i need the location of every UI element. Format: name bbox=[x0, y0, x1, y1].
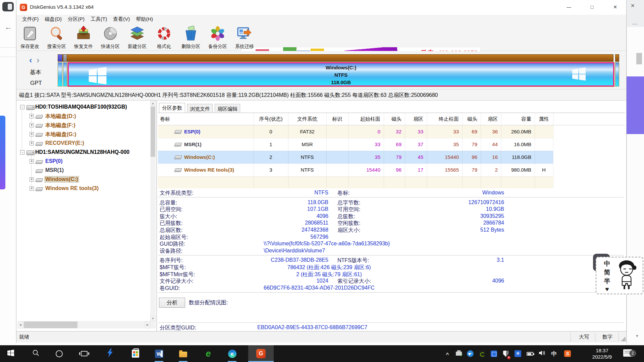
tree-item-5[interactable]: -HD1:SAMSUNGMZNLN128HAHQ-000 bbox=[18, 148, 150, 157]
ime-status-panel[interactable]: 中简半♥ bbox=[596, 257, 643, 294]
tray-defender-icon[interactable]: ✕ bbox=[500, 345, 511, 362]
menu-item-5[interactable]: 帮助(H) bbox=[133, 15, 156, 24]
resize-grip[interactable] bbox=[622, 337, 626, 341]
tray-chevron-up-icon[interactable]: ^ bbox=[442, 345, 453, 362]
taskbar-start-icon[interactable] bbox=[3, 345, 19, 362]
detail-label: 空闲簇数: bbox=[337, 220, 360, 227]
toolbar-migrate-button[interactable]: 系统迁移 bbox=[231, 25, 258, 50]
taskbar-flash-icon[interactable] bbox=[102, 345, 118, 362]
toolbar-recover-button[interactable]: 恢复文件 bbox=[70, 25, 97, 50]
toolbar-backup-button[interactable]: 备份分区 bbox=[204, 25, 231, 50]
tree-item-4[interactable]: +RECOVERY(E:) bbox=[18, 139, 150, 148]
menu-item-2[interactable]: 分区(P) bbox=[65, 15, 88, 24]
column-header-6[interactable]: 扇区 bbox=[405, 113, 427, 125]
background-close-icon[interactable]: ✕ bbox=[631, 3, 635, 9]
cell-r2c6: 45 bbox=[405, 151, 427, 164]
menu-item-1[interactable]: 磁盘(D) bbox=[42, 15, 65, 24]
minimize-button[interactable]: — bbox=[561, 0, 577, 14]
scroll-down-icon[interactable]: ▼ bbox=[635, 334, 639, 338]
maximize-button[interactable]: □ bbox=[584, 0, 600, 14]
taskbar-ie-icon[interactable]: e bbox=[200, 345, 216, 362]
cell-r2c3 bbox=[326, 151, 348, 164]
taskbar-word-icon[interactable]: W bbox=[151, 345, 167, 362]
toolbar-search-button[interactable]: 搜索分区 bbox=[43, 25, 70, 50]
tree-item-2[interactable]: +本地磁盘(F:) bbox=[18, 121, 150, 130]
tab-0[interactable]: 分区参数 bbox=[159, 103, 185, 113]
tree-item-7[interactable]: MSR(1) bbox=[18, 166, 150, 175]
esp-partition-bar[interactable] bbox=[58, 62, 62, 86]
column-header-1[interactable]: 序号(状态) bbox=[254, 113, 288, 125]
tray-sogou-icon[interactable]: S bbox=[562, 345, 573, 362]
msr-partition-bar[interactable] bbox=[63, 62, 67, 86]
tray-snowflake-icon[interactable]: ❄ bbox=[513, 345, 523, 362]
column-header-3[interactable]: 标识 bbox=[326, 113, 348, 125]
scroll-down-icon[interactable]: ▼ bbox=[150, 316, 156, 321]
toolbar-newpart-button[interactable]: 新建分区 bbox=[124, 25, 151, 50]
tray-battery-icon[interactable] bbox=[525, 345, 535, 362]
expand-toggle-icon[interactable]: + bbox=[30, 159, 34, 164]
tab-1[interactable]: 浏览文件 bbox=[187, 104, 213, 113]
expand-toggle-icon[interactable]: + bbox=[30, 132, 34, 136]
cell-r0c9: 36 bbox=[481, 125, 501, 138]
expand-toggle-icon[interactable]: - bbox=[20, 105, 24, 109]
taskbar-edge-icon[interactable]: e bbox=[224, 345, 240, 362]
taskbar-search-icon[interactable] bbox=[28, 345, 44, 362]
close-button[interactable]: ✕ bbox=[607, 0, 623, 14]
windows-c-partition-bar[interactable]: Windows(C:) NTFS 118.0GB bbox=[68, 62, 614, 86]
background-more-icon[interactable]: … bbox=[632, 19, 638, 26]
expand-toggle-icon[interactable]: + bbox=[30, 123, 34, 127]
background-purple-block bbox=[627, 76, 644, 134]
tree-item-6[interactable]: +ESP(0) bbox=[18, 157, 150, 166]
tray-messenger-icon[interactable] bbox=[465, 345, 476, 362]
expand-toggle-icon[interactable]: + bbox=[30, 141, 34, 145]
toolbar-format-button[interactable]: 格式化 bbox=[151, 25, 177, 50]
toolbar-quick-button[interactable]: 快速分区 bbox=[97, 25, 124, 50]
tray-volume-icon[interactable] bbox=[537, 345, 547, 362]
column-header-8[interactable]: 磁头 bbox=[462, 113, 481, 125]
tree-item-1[interactable]: +本地磁盘(D:) bbox=[18, 112, 150, 121]
re-partition-bar[interactable] bbox=[615, 62, 619, 86]
taskbar-clock[interactable]: 18:37 2022/5/9 bbox=[582, 347, 622, 360]
prev-disk-arrow-icon[interactable]: ‹ bbox=[29, 55, 32, 65]
taskbar-taskview-icon[interactable] bbox=[76, 345, 92, 362]
scroll-up-icon[interactable]: ▲ bbox=[150, 101, 156, 106]
tree-item-0[interactable]: -HD0:TOSHIBAMQ04ABF100(932GB) bbox=[18, 103, 150, 112]
tab-2[interactable]: 扇区编辑 bbox=[215, 104, 240, 113]
column-header-0[interactable]: 卷标 bbox=[158, 113, 254, 125]
expand-toggle-icon[interactable]: + bbox=[30, 177, 34, 182]
column-header-4[interactable]: 起始柱面 bbox=[348, 113, 384, 125]
column-header-11[interactable]: 属性 bbox=[535, 113, 553, 125]
taskbar-explorer-icon[interactable] bbox=[175, 345, 191, 362]
tray-intel-icon[interactable] bbox=[488, 345, 499, 362]
divider bbox=[571, 333, 571, 342]
tray-nvidia-icon[interactable] bbox=[477, 345, 487, 362]
column-header-7[interactable]: 终止柱面 bbox=[427, 113, 462, 125]
taskbar-store-icon[interactable] bbox=[127, 345, 144, 362]
menu-item-3[interactable]: 工具(T) bbox=[88, 15, 110, 24]
status-text: 就绪 bbox=[19, 334, 29, 340]
column-header-2[interactable]: 文件系统 bbox=[288, 113, 326, 125]
column-header-5[interactable]: 磁头 bbox=[384, 113, 405, 125]
tree-item-3[interactable]: +本地磁盘(G:) bbox=[18, 130, 150, 139]
menu-item-0[interactable]: 文件(F) bbox=[19, 15, 42, 24]
vscroll-thumb[interactable] bbox=[151, 107, 155, 157]
menu-item-4[interactable]: 查看(V) bbox=[110, 15, 133, 24]
background-tab-icon[interactable] bbox=[2, 2, 14, 11]
tree-item-8[interactable]: +Windows(C:) bbox=[18, 175, 150, 184]
taskbar-diskgenius-icon[interactable]: G bbox=[248, 345, 274, 362]
column-header-9[interactable]: 扇区 bbox=[481, 113, 501, 125]
tray-printer-icon[interactable]: ✓ bbox=[453, 345, 464, 362]
back-arrow-icon[interactable]: ← bbox=[5, 23, 12, 32]
next-disk-arrow-icon[interactable]: › bbox=[37, 55, 40, 65]
analyze-button[interactable]: 分析 bbox=[159, 298, 185, 308]
column-header-10[interactable]: 容量 bbox=[501, 113, 535, 125]
toolbar-save-button[interactable]: 保存更改 bbox=[16, 25, 43, 50]
toolbar-label: 删除分区 bbox=[177, 44, 204, 50]
expand-toggle-icon[interactable]: + bbox=[30, 114, 34, 118]
expand-toggle-icon[interactable]: - bbox=[20, 150, 24, 155]
detail-label: $MFTMirr簇号: bbox=[160, 271, 195, 278]
taskbar-cortana-icon[interactable] bbox=[51, 345, 67, 362]
tray-ime-mode-icon[interactable]: 中 bbox=[549, 345, 559, 362]
table-row-band bbox=[158, 176, 553, 188]
toolbar-delete-button[interactable]: 删除分区 bbox=[177, 25, 204, 50]
